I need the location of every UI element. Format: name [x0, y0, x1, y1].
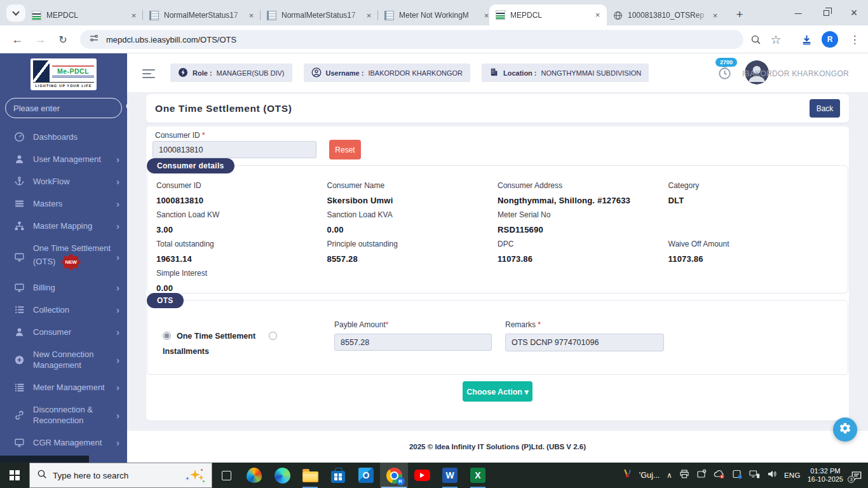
app-window-badge-icon[interactable]: [732, 469, 742, 482]
network-icon[interactable]: [749, 470, 760, 482]
sidebar-item-workflow[interactable]: WorkFlow ›: [0, 170, 127, 193]
gear-icon: [839, 422, 851, 437]
sidebar-nav: Dashboards User Management › WorkFlow › …: [0, 126, 127, 454]
payable-amount-field: Payble Amount*: [334, 320, 492, 351]
language-code[interactable]: ENG: [784, 471, 801, 479]
browser-tab[interactable]: NormalMeterStatus17 ×: [143, 5, 261, 25]
logo-tagline: LIGHTING UP YOUR LIFE: [33, 82, 94, 89]
tab-title: Meter Not WorkingM: [399, 11, 481, 20]
required-asterisk: *: [202, 131, 205, 140]
link-icon: [14, 410, 25, 421]
sidebar-search[interactable]: [5, 98, 122, 118]
reload-icon[interactable]: ↻: [52, 25, 74, 53]
tab-close-icon[interactable]: ×: [710, 10, 721, 21]
sidebar-item-consumer[interactable]: Consumer ›: [0, 321, 127, 343]
cloud-error-icon[interactable]: [714, 469, 725, 482]
back-button[interactable]: Back: [810, 99, 840, 118]
task-view-button[interactable]: [212, 463, 240, 488]
settings-fab-button[interactable]: [833, 417, 857, 442]
sidebar-item-dashboards[interactable]: Dashboards: [0, 126, 127, 148]
site-info-icon[interactable]: [89, 33, 99, 46]
sidebar-item-masters[interactable]: Masters ›: [0, 193, 127, 215]
sidebar-item-label: Meter Management: [33, 382, 112, 393]
sidebar-item-disconnection-reconnection[interactable]: Disconnection & Reconnection ›: [0, 398, 127, 431]
window-minimize-button[interactable]: ─: [784, 0, 812, 25]
tab-close-icon[interactable]: ×: [592, 10, 603, 20]
browser-profile-avatar[interactable]: R: [822, 31, 838, 48]
tray-language-text[interactable]: 'Guj...: [639, 471, 660, 480]
taskbar-search[interactable]: Type here to search: [29, 463, 212, 488]
notification-center-icon[interactable]: 3: [850, 470, 863, 481]
role-badge: Role :MANAGER(SUB DIV): [170, 64, 292, 82]
tab-title: NormalMeterStatus17: [164, 11, 246, 20]
browser-tab-active[interactable]: MEPDCL ×: [489, 4, 607, 25]
chevron-right-icon: ›: [116, 282, 119, 293]
remarks-input[interactable]: [505, 334, 664, 351]
sidebar-item-cgr-management[interactable]: CGR Management ›: [0, 431, 127, 454]
sidebar-search-input[interactable]: [13, 104, 125, 113]
sidebar-item-label: CGR Management: [33, 437, 112, 448]
monitor-icon: [14, 437, 25, 448]
tab-close-icon[interactable]: ×: [246, 10, 257, 21]
taskbar-app-store[interactable]: [324, 463, 352, 488]
taskbar-app-youtube[interactable]: [408, 463, 436, 488]
forward-icon[interactable]: →: [29, 25, 51, 53]
taskbar-app-chrome[interactable]: R: [380, 463, 408, 488]
new-badge: NEW: [60, 254, 81, 271]
taskbar-app-file-explorer[interactable]: [296, 463, 324, 488]
tab-close-icon[interactable]: ×: [363, 10, 374, 21]
sidebar-item-one-time-settlement[interactable]: One Time Settlement (OTS)NEW ›: [0, 237, 127, 276]
hamburger-menu-icon[interactable]: [142, 69, 155, 81]
payable-amount-label: Payble Amount*: [334, 320, 492, 329]
taskbar-app-word[interactable]: W: [436, 463, 464, 488]
window-restore-button[interactable]: [812, 0, 840, 25]
installments-radio[interactable]: [269, 332, 277, 340]
volume-icon[interactable]: [767, 469, 777, 482]
sidebar-item-meter-management[interactable]: Meter Management ›: [0, 376, 127, 398]
taskbar-app-outlook[interactable]: O: [352, 463, 380, 488]
choose-action-button[interactable]: Choose Action ▾: [463, 381, 532, 402]
caret-down-icon: ▾: [524, 388, 528, 396]
sidebar-item-master-mapping[interactable]: Master Mapping ›: [0, 215, 127, 237]
sidebar-item-new-connection-management[interactable]: New Connection Management ›: [0, 343, 127, 376]
tab-search-button[interactable]: [6, 4, 25, 22]
browser-toolbar: ← → ↻ mepdcl.ubs.ieasybill.com/OTS/OTS ☆…: [0, 25, 868, 53]
zoom-page-icon[interactable]: [745, 25, 766, 53]
new-tab-button[interactable]: +: [731, 6, 749, 24]
clock-icon[interactable]: [717, 65, 733, 81]
window-close-button[interactable]: ×: [840, 0, 868, 25]
taskbar-app-excel[interactable]: X: [464, 463, 492, 488]
sidebar-item-label: Disconnection & Reconnection: [33, 404, 112, 426]
tray-chevron-up-icon[interactable]: ∧: [667, 471, 672, 480]
document-favicon: [149, 11, 159, 20]
downloads-icon[interactable]: [796, 25, 817, 53]
taskbar-app-copilot[interactable]: [240, 463, 268, 488]
payable-amount-input[interactable]: [334, 334, 492, 351]
sidebar-item-billing[interactable]: Billing ›: [0, 276, 127, 299]
sidebar-item-user-management[interactable]: User Management ›: [0, 148, 127, 170]
browser-tab[interactable]: 1000813810_OTSRep ×: [607, 5, 724, 25]
role-value: MANAGER(SUB DIV): [217, 69, 285, 77]
reset-button[interactable]: Reset: [329, 140, 361, 159]
search-highlights-icon: [186, 468, 205, 483]
sync-window-icon[interactable]: [696, 469, 707, 482]
sidebar-item-collection[interactable]: Collection ›: [0, 299, 127, 321]
required-asterisk: *: [538, 320, 541, 329]
taskbar-app-edge[interactable]: [268, 463, 296, 488]
chevron-right-icon: ›: [116, 198, 119, 209]
address-bar[interactable]: mepdcl.ubs.ieasybill.com/OTS/OTS: [80, 30, 743, 49]
browser-menu-kebab-icon[interactable]: ⋮: [844, 25, 865, 53]
browser-tab[interactable]: Meter Not WorkingM ×: [378, 5, 496, 25]
one-time-settlement-radio[interactable]: [163, 332, 171, 340]
back-icon[interactable]: ←: [6, 25, 28, 53]
consumer-id-input[interactable]: [153, 141, 316, 158]
browser-tab[interactable]: NormalMeterStatus17 ×: [261, 5, 378, 25]
tab-close-icon[interactable]: ×: [128, 10, 139, 21]
start-button[interactable]: [0, 463, 29, 488]
bookmark-star-icon[interactable]: ☆: [765, 25, 787, 53]
one-time-settlement-label: One Time Settlement: [177, 332, 255, 341]
taskbar-clock[interactable]: 01:32 PM16-10-2025: [808, 467, 843, 484]
browser-tab[interactable]: MEPDCL ×: [25, 5, 143, 25]
printer-icon[interactable]: [679, 469, 689, 482]
monitor-icon: [14, 252, 25, 262]
